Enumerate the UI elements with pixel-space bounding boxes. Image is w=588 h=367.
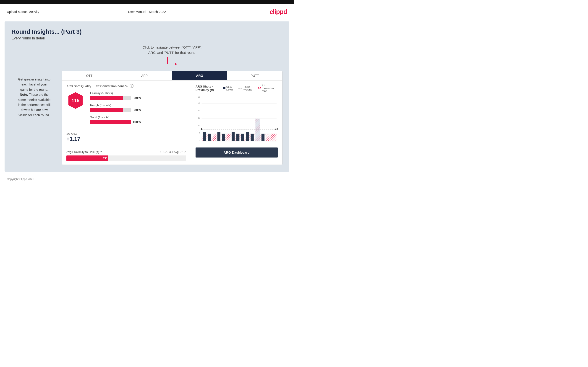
shot-bars: Fairway (5 shots) 80% Ro: [90, 92, 186, 128]
bar-row-sand: Sand (1 shots) 100%: [90, 116, 186, 125]
proximity-value: 77': [103, 157, 107, 160]
annotation-arrow: [62, 56, 283, 69]
bar-track-fairway: [90, 96, 131, 100]
chart-title: ARG Shots - Proximity (ft): [196, 85, 223, 92]
tab-arg[interactable]: ARG: [172, 71, 227, 80]
right-area: Click to navigate between 'OTT', 'APP','…: [62, 45, 283, 165]
svg-rect-32: [255, 118, 260, 141]
bar-row-rough: Rough (5 shots) 80%: [90, 103, 186, 113]
chart-header: ARG Shots - Proximity (ft) Up & Down Rou…: [196, 84, 278, 92]
header: Upload Manual Activity User Manual - Mar…: [0, 4, 294, 19]
clippd-logo: clippd: [270, 8, 287, 16]
proximity-section: Avg Proximity to Hole (ft) ? ↑ PGA Tour …: [66, 147, 186, 161]
bar-pct-sand: 100%: [133, 120, 141, 124]
sg-label: SG ARG: [66, 132, 186, 135]
svg-rect-34: [266, 134, 269, 141]
svg-text:8: 8: [277, 128, 278, 130]
bar-fill-rough: [90, 108, 123, 112]
svg-rect-23: [217, 132, 220, 141]
proximity-bar-fill: 77': [66, 155, 108, 161]
insight-line4: These are the: [29, 93, 49, 96]
bar-track-rough: [90, 108, 131, 112]
tab-app[interactable]: APP: [117, 71, 172, 80]
conversion-title: 6ft Conversion Zone %: [96, 84, 128, 88]
insight-note: Note:: [20, 93, 28, 96]
hex-badge-container: 115 Fairway (5 shots): [66, 92, 186, 128]
svg-rect-21: [208, 134, 211, 141]
bar-track-sand: [90, 120, 131, 124]
card-right: ARG Shots - Proximity (ft) Up & Down Rou…: [191, 81, 282, 165]
insight-text: Get greater insight into each facet of y…: [11, 77, 57, 118]
conversion-help-icon[interactable]: ?: [130, 84, 133, 88]
insight-line2: each facet of your: [21, 83, 47, 86]
proximity-header: Avg Proximity to Hole (ft) ? ↑ PGA Tour …: [66, 150, 186, 154]
legend-round-avg-label: Round Average: [243, 85, 255, 91]
svg-rect-24: [222, 134, 225, 141]
proximity-help-icon[interactable]: ?: [100, 150, 102, 154]
main-content: Round Insights... (Part 3) Every round i…: [5, 21, 289, 172]
card: OTT APP ARG PUTT ARG Shot Quality 6ft Co…: [62, 71, 283, 165]
bar-pct-fairway: 80%: [134, 96, 141, 100]
svg-rect-20: [203, 132, 206, 141]
hex-badge: 115: [66, 92, 85, 110]
bar-row-fairway: Fairway (5 shots) 80%: [90, 92, 186, 101]
bar-fill-fairway: [90, 96, 123, 100]
insight-line6: in the performance drill: [18, 103, 51, 107]
insight-line1: Get greater insight into: [18, 77, 51, 81]
footer: Copyright Clippd 2021: [0, 174, 294, 184]
manual-date-label: User Manual - March 2022: [128, 10, 166, 14]
chart-area: 0 5 10 15 20 25 30: [196, 95, 278, 145]
svg-rect-27: [236, 134, 239, 141]
copyright-text: Copyright Clippd 2021: [7, 178, 34, 181]
svg-marker-2: [175, 62, 177, 66]
svg-rect-26: [232, 132, 234, 141]
legend-6ft-label: 6 ft conversion zone: [262, 84, 278, 92]
tab-putt[interactable]: PUTT: [227, 71, 282, 80]
svg-text:30: 30: [198, 95, 200, 98]
card-left: ARG Shot Quality 6ft Conversion Zone % ?: [62, 81, 191, 165]
legend-up-down-label: Up & Down: [226, 85, 235, 91]
svg-rect-25: [227, 134, 230, 141]
annotation-text: Click to navigate between 'OTT', 'APP','…: [62, 45, 283, 55]
page-subtitle: Every round in detail: [11, 36, 283, 40]
legend-sq-up-down: [223, 87, 225, 89]
page-title: Round Insights... (Part 3): [11, 28, 283, 35]
svg-rect-22: [213, 134, 216, 141]
proximity-cursor: [109, 155, 109, 161]
left-panel: Get greater insight into each facet of y…: [11, 45, 57, 118]
insight-line5: same metrics available: [18, 98, 51, 102]
sg-section: SG ARG +1.17: [66, 132, 186, 142]
bar-pct-rough: 80%: [134, 108, 141, 112]
header-divider: [0, 19, 294, 19]
svg-rect-33: [261, 134, 264, 141]
proximity-label: Avg Proximity to Hole (ft): [66, 150, 99, 154]
tabs: OTT APP ARG PUTT: [62, 71, 282, 81]
svg-rect-28: [241, 134, 244, 141]
svg-text:0: 0: [199, 139, 200, 142]
chart-legend: Up & Down Round Average 6 ft conversion …: [223, 84, 278, 92]
svg-rect-35: [271, 134, 276, 141]
legend-sq-hatched-6ft: [258, 87, 261, 89]
legend-up-down: Up & Down: [223, 85, 235, 91]
sg-value: +1.17: [66, 136, 186, 142]
bar-fill-sand: [90, 120, 131, 124]
svg-text:10: 10: [198, 124, 200, 126]
pga-avg: ↑ PGA Tour Avg: 7'10": [159, 150, 186, 154]
svg-rect-29: [246, 132, 249, 141]
arg-dashboard-button[interactable]: ARG Dashboard: [196, 148, 278, 158]
shot-quality-title: ARG Shot Quality: [66, 84, 91, 88]
svg-text:5: 5: [199, 132, 200, 134]
svg-text:115: 115: [72, 98, 80, 103]
bar-label-sand: Sand (1 shots): [90, 116, 186, 119]
insight-line7: downs but are now: [21, 108, 48, 112]
legend-round-avg: Round Average: [238, 85, 255, 91]
content-layout: Get greater insight into each facet of y…: [11, 45, 283, 165]
bar-label-rough: Rough (5 shots): [90, 103, 186, 107]
svg-text:15: 15: [198, 117, 200, 119]
legend-dashed-round-avg: [238, 88, 242, 88]
svg-text:25: 25: [198, 101, 200, 104]
annotation: Click to navigate between 'OTT', 'APP','…: [62, 45, 283, 69]
tab-ott[interactable]: OTT: [62, 71, 117, 80]
bar-label-fairway: Fairway (5 shots): [90, 92, 186, 95]
upload-manual-label: Upload Manual Activity: [7, 10, 39, 14]
